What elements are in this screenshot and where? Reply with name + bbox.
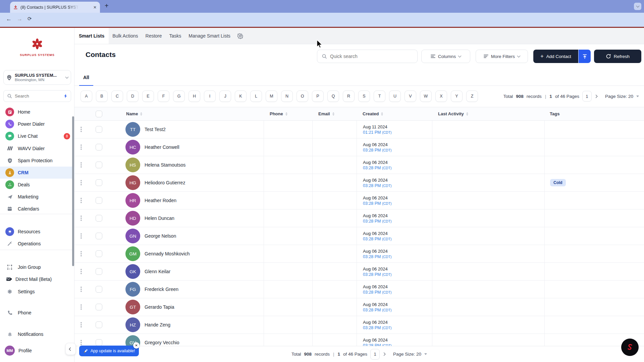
letter-button[interactable]: B [96, 90, 108, 102]
sort-icon[interactable] [285, 112, 287, 116]
row-menu-icon[interactable] [80, 180, 82, 185]
letter-button[interactable]: P [312, 90, 324, 102]
letter-button[interactable]: D [127, 90, 139, 102]
contact-name[interactable]: Gerardo Tapia [145, 304, 174, 310]
tab-bulk-actions[interactable]: Bulk Actions [109, 28, 142, 44]
tab-restore[interactable]: Restore [142, 28, 166, 44]
letter-button[interactable]: E [142, 90, 154, 102]
letter-button[interactable]: M [266, 90, 277, 102]
contact-name[interactable]: Heather Conwell [145, 144, 179, 150]
row-menu-icon[interactable] [80, 233, 82, 239]
sidebar-item-settings[interactable]: Settings [0, 286, 74, 298]
row-checkbox[interactable] [96, 286, 102, 293]
reload-icon[interactable]: ⟳ [28, 16, 32, 22]
row-menu-icon[interactable] [80, 304, 82, 310]
letter-button[interactable]: N [281, 90, 293, 102]
contact-name[interactable]: Frederick Green [145, 287, 178, 292]
table-row[interactable]: TTTest Test2 Aug 11 202401:21 PM (CDT) [74, 121, 644, 138]
page-size-caret-icon[interactable] [636, 96, 639, 97]
sidebar-item-power-dialer[interactable]: Power Dialer [0, 118, 74, 130]
letter-button[interactable]: L [250, 90, 262, 102]
next-page-icon[interactable] [382, 353, 386, 356]
letter-button[interactable]: K [235, 90, 247, 102]
letter-button[interactable]: O [297, 90, 308, 102]
location-switcher[interactable]: SURPLUS SYSTEM... Bloomington, MN [3, 70, 71, 85]
contact-name[interactable]: George Nelson [145, 233, 176, 239]
contact-name[interactable]: Glenn Keilar [145, 269, 170, 274]
row-checkbox[interactable] [96, 268, 102, 275]
table-row[interactable]: HCHeather Conwell Aug 06 202403:28 PM (C… [74, 138, 644, 156]
sidebar-item-wavv-dialer[interactable]: WAVV Dialer [0, 142, 74, 155]
row-checkbox[interactable] [96, 215, 102, 222]
sidebar-collapse-button[interactable] [65, 343, 76, 355]
table-row[interactable]: HZHande Zeng Aug 06 202403:28 PM (CDT) [74, 316, 644, 334]
table-row[interactable]: GKGlenn Keilar Aug 06 202403:28 PM (CDT) [74, 263, 644, 281]
sidebar-item-marketing[interactable]: Marketing [0, 191, 74, 203]
letter-button[interactable]: G [173, 90, 185, 102]
sort-icon[interactable] [332, 112, 334, 116]
page-size-label[interactable]: Page Size: 20 [393, 352, 421, 357]
select-all-checkbox[interactable] [96, 111, 102, 117]
letter-button[interactable]: W [420, 90, 432, 102]
row-menu-icon[interactable] [80, 127, 82, 132]
sidebar-item-live-chat[interactable]: Live Chat 8 [0, 130, 74, 142]
sidebar-item-direct-mail[interactable]: Direct Mail (Beta) [0, 273, 74, 285]
letter-button[interactable]: I [204, 90, 216, 102]
table-row[interactable]: GNGeorge Nelson Aug 06 202403:28 PM (CDT… [74, 227, 644, 245]
letter-button[interactable]: Y [451, 90, 463, 102]
sidebar-item-calendars[interactable]: Calendars [0, 203, 74, 215]
contact-name[interactable]: Heather Roden [145, 198, 176, 203]
sort-icon[interactable] [466, 112, 468, 116]
column-header-tags[interactable]: Tags [544, 111, 644, 116]
back-icon[interactable]: ← [6, 16, 12, 22]
new-tab-icon[interactable]: + [105, 2, 109, 10]
contact-name[interactable]: Heliodoro Gutierrez [145, 180, 185, 185]
columns-button[interactable]: Columns [421, 50, 470, 63]
tab-smart-lists[interactable]: Smart Lists [74, 28, 109, 44]
column-header-created[interactable]: Created [357, 111, 432, 116]
table-row[interactable]: FGFrederick Green Aug 06 202403:28 PM (C… [74, 281, 644, 298]
browser-tab[interactable]: (8) Contacts | SURPLUS SYST ✕ [10, 2, 100, 13]
quick-search[interactable] [317, 50, 418, 63]
contact-name[interactable]: Test Test2 [145, 127, 166, 132]
more-filters-button[interactable]: More Filters [476, 50, 528, 63]
sidebar-scrollbar[interactable] [72, 116, 74, 266]
tab-manage-smart-lists[interactable]: Manage Smart Lists [185, 28, 234, 44]
letter-button[interactable]: S [358, 90, 370, 102]
current-page-box[interactable]: 1 [582, 91, 592, 102]
row-menu-icon[interactable] [80, 251, 82, 256]
row-menu-icon[interactable] [80, 216, 82, 221]
sort-icon[interactable] [140, 112, 142, 116]
row-checkbox[interactable] [96, 179, 102, 186]
table-row[interactable]: HGHeliodoro Gutierrez Aug 06 202403:28 P… [74, 174, 644, 192]
column-header-name[interactable]: Name [110, 111, 264, 116]
tab-search-icon[interactable] [634, 3, 641, 10]
row-checkbox[interactable] [96, 126, 102, 133]
app-update-toast[interactable]: App update is available! [79, 346, 139, 356]
page-size-caret-icon[interactable] [424, 353, 427, 355]
letter-button[interactable]: J [219, 90, 231, 102]
row-menu-icon[interactable] [80, 340, 82, 345]
sidebar-item-home[interactable]: Home [0, 106, 74, 118]
column-header-email[interactable]: Email [312, 111, 357, 116]
letter-button[interactable]: F [158, 90, 169, 102]
tag-chip[interactable]: Cold [550, 179, 566, 186]
row-menu-icon[interactable] [80, 322, 82, 327]
sort-icon[interactable] [381, 112, 383, 116]
row-checkbox[interactable] [96, 339, 102, 346]
sidebar-item-phone[interactable]: Phone [0, 307, 74, 319]
column-header-last-activity[interactable]: Last Activity [432, 111, 544, 116]
floating-brand-widget[interactable] [621, 339, 639, 356]
table-row[interactable]: HDHelen Duncan Aug 06 202403:28 PM (CDT) [74, 209, 644, 227]
sidebar-item-notifications[interactable]: Notifications [0, 328, 74, 340]
tab-close-icon[interactable]: ✕ [93, 5, 97, 10]
contact-name[interactable]: Helen Duncan [145, 216, 174, 221]
row-checkbox[interactable] [96, 233, 102, 239]
table-row[interactable]: GTGerardo Tapia Aug 06 202403:28 PM (CDT… [74, 298, 644, 316]
quick-search-input[interactable] [330, 54, 413, 59]
contact-name[interactable]: Helena Stamoutsos [145, 162, 185, 168]
toast-close-icon[interactable]: ✕ [133, 342, 140, 349]
import-contacts-button[interactable] [579, 50, 591, 63]
sidebar-item-join-group[interactable]: Join Group [0, 261, 74, 273]
letter-button[interactable]: R [343, 90, 355, 102]
